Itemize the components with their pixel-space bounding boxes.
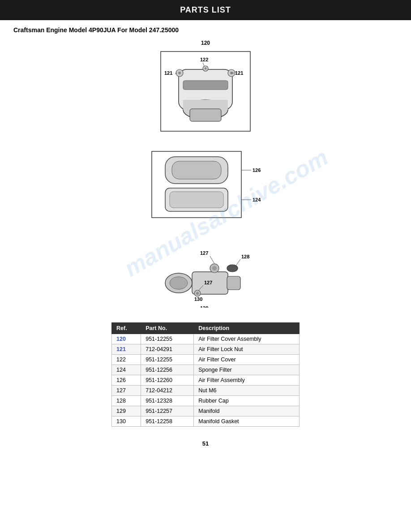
- diagram-svg-bottom: 127 128 130 129 127: [129, 232, 282, 308]
- col-description: Description: [194, 323, 300, 334]
- svg-point-35: [196, 292, 199, 295]
- svg-line-36: [210, 256, 214, 264]
- svg-text:130: 130: [194, 296, 202, 302]
- svg-rect-22: [170, 192, 223, 208]
- header-title: PARTS LIST: [180, 5, 231, 14]
- cell-ref: 126: [112, 375, 141, 386]
- page-subtitle: Craftsman Engine Model 4P90JUA For Model…: [0, 26, 411, 40]
- table-row: 127712-04212Nut M6: [112, 386, 300, 396]
- cell-description: Sponge Filter: [194, 365, 300, 375]
- parts-table-section: Ref. Part No. Description 120951-12255Ai…: [0, 322, 411, 427]
- table-row: 130951-12258Manifold Gasket: [112, 416, 300, 427]
- table-row: 122951-12255Air Filter Cover: [112, 355, 300, 365]
- cell-description: Air Filter Cover: [194, 355, 300, 365]
- cell-part-no: 951-12255: [141, 355, 194, 365]
- svg-text:127: 127: [200, 250, 208, 256]
- cell-description: Manifold: [194, 406, 300, 416]
- cell-description: Manifold Gasket: [194, 416, 300, 427]
- cell-part-no: 951-12255: [141, 334, 194, 344]
- cell-part-no: 951-12257: [141, 406, 194, 416]
- svg-rect-4: [183, 100, 228, 110]
- svg-rect-2: [183, 81, 228, 90]
- svg-point-33: [227, 265, 238, 272]
- cell-description: Air Filter Lock Nut: [194, 344, 300, 355]
- svg-line-17: [203, 63, 204, 66]
- cell-description: Nut M6: [194, 386, 300, 396]
- cell-ref: 124: [112, 365, 141, 375]
- cell-ref: 128: [112, 396, 141, 406]
- table-row: 126951-12260Air Filter Assembly: [112, 375, 300, 386]
- svg-text:121: 121: [235, 70, 243, 76]
- cell-part-no: 951-12256: [141, 365, 194, 375]
- table-row: 128951-12328Rubber Cap: [112, 396, 300, 406]
- page-header: PARTS LIST: [0, 0, 411, 20]
- cell-description: Air Filter Cover Assembly: [194, 334, 300, 344]
- diagram-bottom: 127 128 130 129 127: [129, 232, 282, 309]
- svg-point-32: [212, 266, 217, 270]
- svg-text:129: 129: [200, 305, 208, 308]
- cell-ref: 122: [112, 355, 141, 365]
- svg-text:126: 126: [253, 167, 261, 173]
- cell-ref: 127: [112, 386, 141, 396]
- cell-part-no: 951-12258: [141, 416, 194, 427]
- cell-description: Air Filter Assembly: [194, 375, 300, 386]
- svg-point-29: [170, 277, 188, 289]
- svg-text:124: 124: [253, 197, 261, 202]
- svg-text:122: 122: [200, 57, 208, 62]
- svg-text:127: 127: [204, 280, 212, 285]
- cell-ref: 129: [112, 406, 141, 416]
- table-row: 120951-12255Air Filter Cover Assembly: [112, 334, 300, 344]
- svg-point-15: [205, 68, 207, 70]
- label-120: 120: [201, 40, 210, 46]
- svg-text:121: 121: [164, 70, 172, 76]
- table-header-row: Ref. Part No. Description: [112, 323, 300, 334]
- cell-ref: 120: [112, 334, 141, 344]
- svg-rect-30: [227, 276, 240, 290]
- cell-description: Rubber Cap: [194, 396, 300, 406]
- diagram-middle: 126 124: [143, 147, 268, 224]
- svg-line-38: [236, 259, 240, 266]
- diagrams-section: 120 121 121: [0, 40, 411, 313]
- cell-ref: 121: [112, 344, 141, 355]
- parts-table: Ref. Part No. Description 120951-12255Ai…: [111, 322, 300, 427]
- svg-point-7: [178, 72, 181, 74]
- cell-ref: 130: [112, 416, 141, 427]
- diagram-svg-middle: 126 124: [143, 147, 268, 223]
- parts-table-body: 120951-12255Air Filter Cover Assembly121…: [112, 334, 300, 427]
- svg-rect-5: [190, 109, 221, 121]
- col-ref: Ref.: [112, 323, 141, 334]
- cell-part-no: 712-04212: [141, 386, 194, 396]
- page-number: 51: [0, 440, 411, 456]
- col-part-no: Part No.: [141, 323, 194, 334]
- table-row: 121712-04291Air Filter Lock Nut: [112, 344, 300, 355]
- cell-part-no: 951-12260: [141, 375, 194, 386]
- svg-rect-20: [172, 161, 221, 179]
- table-row: 129951-12257Manifold: [112, 406, 300, 416]
- svg-text:128: 128: [241, 254, 249, 259]
- table-row: 124951-12256Sponge Filter: [112, 365, 300, 375]
- cell-part-no: 951-12328: [141, 396, 194, 406]
- diagram-svg-top: 121 121 122: [147, 47, 264, 137]
- cell-part-no: 712-04291: [141, 344, 194, 355]
- diagram-top: 120 121 121: [147, 40, 264, 138]
